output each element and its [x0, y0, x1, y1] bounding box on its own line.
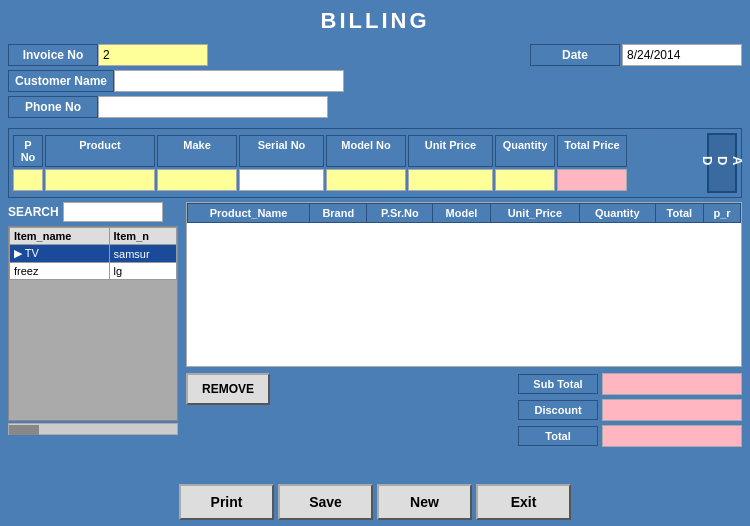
- pno-entry-input[interactable]: [13, 169, 43, 191]
- exit-button[interactable]: Exit: [476, 484, 571, 520]
- search-item-n: lg: [109, 263, 176, 280]
- search-input[interactable]: [63, 202, 163, 222]
- col-psr-no: P.Sr.No: [367, 204, 433, 223]
- total-input[interactable]: [602, 425, 742, 447]
- serial-entry-input[interactable]: [239, 169, 324, 191]
- date-input[interactable]: [622, 44, 742, 66]
- uprice-header: Unit Price: [408, 135, 493, 167]
- new-button[interactable]: New: [377, 484, 472, 520]
- col-quantity: Quantity: [580, 204, 656, 223]
- col-brand: Brand: [310, 204, 367, 223]
- tprice-header: Total Price: [557, 135, 627, 167]
- discount-label: Discount: [518, 400, 598, 420]
- search-table-row[interactable]: TV samsur: [10, 245, 177, 263]
- print-button[interactable]: Print: [179, 484, 274, 520]
- phone-input[interactable]: [98, 96, 328, 118]
- remove-button[interactable]: REMOVE: [186, 373, 270, 405]
- subtotal-label: Sub Total: [518, 374, 598, 394]
- phone-label: Phone No: [8, 96, 98, 118]
- search-col2-header: Item_n: [109, 228, 176, 245]
- col-model: Model: [433, 204, 490, 223]
- col-pr: p_r: [704, 204, 741, 223]
- make-entry-input[interactable]: [157, 169, 237, 191]
- invoice-label: Invoice No: [8, 44, 98, 66]
- search-item-n: samsur: [109, 245, 176, 263]
- customer-label: Customer Name: [8, 70, 114, 92]
- qty-header: Quantity: [495, 135, 555, 167]
- col-product-name: Product_Name: [188, 204, 310, 223]
- invoice-input[interactable]: [98, 44, 208, 66]
- subtotal-input[interactable]: [602, 373, 742, 395]
- product-header: Product: [45, 135, 155, 167]
- search-table-container: Item_name Item_n TV samsur freez lg: [8, 226, 178, 421]
- search-table: Item_name Item_n TV samsur freez lg: [9, 227, 177, 280]
- col-total: Total: [655, 204, 704, 223]
- customer-input[interactable]: [114, 70, 344, 92]
- save-button[interactable]: Save: [278, 484, 373, 520]
- scrollbar[interactable]: [8, 423, 178, 435]
- make-header: Make: [157, 135, 237, 167]
- search-item-name: freez: [10, 263, 110, 280]
- product-entry-input[interactable]: [45, 169, 155, 191]
- search-col1-header: Item_name: [10, 228, 110, 245]
- pno-header: P No: [13, 135, 43, 167]
- title: BILLING: [0, 0, 750, 40]
- model-entry-input[interactable]: [326, 169, 406, 191]
- serial-header: Serial No: [239, 135, 324, 167]
- qty-entry-input[interactable]: [495, 169, 555, 191]
- footer-buttons: Print Save New Exit: [0, 478, 750, 526]
- model-header: Model No: [326, 135, 406, 167]
- uprice-entry-input[interactable]: [408, 169, 493, 191]
- col-unit-price: Unit_Price: [490, 204, 579, 223]
- date-label: Date: [530, 44, 620, 66]
- total-label: Total: [518, 426, 598, 446]
- discount-input[interactable]: [602, 399, 742, 421]
- search-item-name: TV: [10, 245, 110, 263]
- main-table: Product_Name Brand P.Sr.No Model Unit_Pr…: [187, 203, 741, 223]
- search-label: SEARCH: [8, 205, 59, 219]
- tprice-entry-input[interactable]: [557, 169, 627, 191]
- add-button[interactable]: ADD: [707, 133, 737, 193]
- search-table-row[interactable]: freez lg: [10, 263, 177, 280]
- main-table-container: Product_Name Brand P.Sr.No Model Unit_Pr…: [186, 202, 742, 367]
